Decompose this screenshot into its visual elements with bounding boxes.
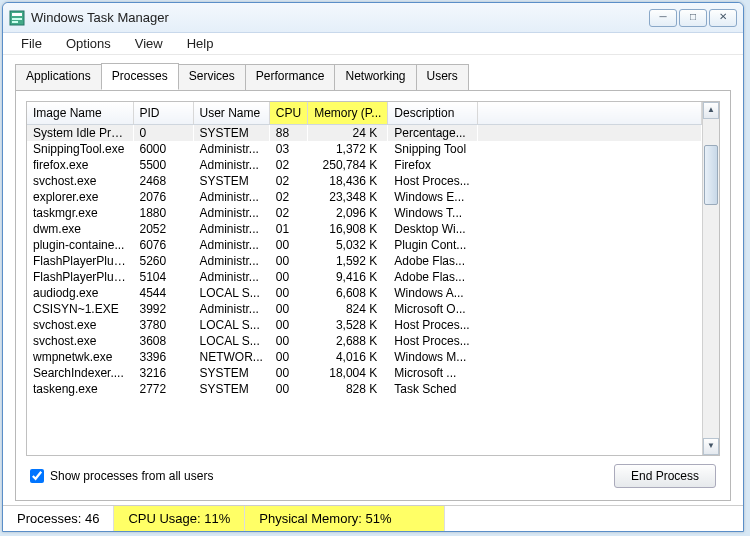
cell-image: taskeng.exe xyxy=(27,381,133,397)
cell-user: SYSTEM xyxy=(193,125,269,142)
col-user-name[interactable]: User Name xyxy=(193,102,269,125)
col-spacer xyxy=(478,102,702,125)
menu-view[interactable]: View xyxy=(125,34,173,53)
cell-user: Administr... xyxy=(193,237,269,253)
col-cpu[interactable]: CPU xyxy=(269,102,307,125)
cell-user: SYSTEM xyxy=(193,173,269,189)
scroll-up-icon[interactable]: ▲ xyxy=(703,102,719,119)
menu-help[interactable]: Help xyxy=(177,34,224,53)
cell-user: Administr... xyxy=(193,301,269,317)
scroll-down-icon[interactable]: ▼ xyxy=(703,438,719,455)
cell-memory: 824 K xyxy=(308,301,388,317)
cell-image: svchost.exe xyxy=(27,173,133,189)
table-row[interactable]: svchost.exe3608LOCAL S...002,688 KHost P… xyxy=(27,333,702,349)
titlebar[interactable]: Windows Task Manager ─ □ ✕ xyxy=(3,3,743,33)
col-description[interactable]: Description xyxy=(388,102,478,125)
cell-memory: 1,372 K xyxy=(308,141,388,157)
cell-desc: Microsoft ... xyxy=(388,365,478,381)
minimize-button[interactable]: ─ xyxy=(649,9,677,27)
table-row[interactable]: audiodg.exe4544LOCAL S...006,608 KWindow… xyxy=(27,285,702,301)
cell-user: SYSTEM xyxy=(193,381,269,397)
tab-applications[interactable]: Applications xyxy=(15,64,102,91)
cell-user: Administr... xyxy=(193,189,269,205)
table-row[interactable]: SnippingTool.exe6000Administr...031,372 … xyxy=(27,141,702,157)
menu-options[interactable]: Options xyxy=(56,34,121,53)
cell-image: svchost.exe xyxy=(27,333,133,349)
tab-services[interactable]: Services xyxy=(178,64,246,91)
scroll-thumb[interactable] xyxy=(704,145,718,205)
show-all-users-checkbox[interactable]: Show processes from all users xyxy=(30,469,213,483)
cell-pid: 2076 xyxy=(133,189,193,205)
cell-pid: 4544 xyxy=(133,285,193,301)
table-row[interactable]: plugin-containe...6076Administr...005,03… xyxy=(27,237,702,253)
tab-performance[interactable]: Performance xyxy=(245,64,336,91)
process-table: Image Name PID User Name CPU Memory (P..… xyxy=(27,102,702,397)
cell-desc: Desktop Wi... xyxy=(388,221,478,237)
table-row[interactable]: CSISYN~1.EXE3992Administr...00824 KMicro… xyxy=(27,301,702,317)
app-icon xyxy=(9,10,25,26)
cell-user: Administr... xyxy=(193,221,269,237)
vertical-scrollbar[interactable]: ▲ ▼ xyxy=(702,102,719,455)
table-row[interactable]: dwm.exe2052Administr...0116,908 KDesktop… xyxy=(27,221,702,237)
process-table-container: Image Name PID User Name CPU Memory (P..… xyxy=(26,101,720,456)
close-button[interactable]: ✕ xyxy=(709,9,737,27)
cell-memory: 6,608 K xyxy=(308,285,388,301)
cell-user: Administr... xyxy=(193,141,269,157)
cell-cpu: 00 xyxy=(269,253,307,269)
cell-pid: 3992 xyxy=(133,301,193,317)
cell-pid: 6076 xyxy=(133,237,193,253)
cell-desc: Host Proces... xyxy=(388,173,478,189)
cell-desc: Windows E... xyxy=(388,189,478,205)
cell-cpu: 00 xyxy=(269,285,307,301)
menu-file[interactable]: File xyxy=(11,34,52,53)
maximize-button[interactable]: □ xyxy=(679,9,707,27)
table-row[interactable]: svchost.exe3780LOCAL S...003,528 KHost P… xyxy=(27,317,702,333)
tab-users[interactable]: Users xyxy=(416,64,469,91)
cell-user: LOCAL S... xyxy=(193,317,269,333)
col-image-name[interactable]: Image Name xyxy=(27,102,133,125)
table-row[interactable]: firefox.exe5500Administr...02250,784 KFi… xyxy=(27,157,702,173)
cell-cpu: 02 xyxy=(269,173,307,189)
cell-desc: Adobe Flas... xyxy=(388,253,478,269)
cell-image: audiodg.exe xyxy=(27,285,133,301)
cell-pid: 1880 xyxy=(133,205,193,221)
table-row[interactable]: wmpnetwk.exe3396NETWOR...004,016 KWindow… xyxy=(27,349,702,365)
cell-memory: 1,592 K xyxy=(308,253,388,269)
cell-cpu: 02 xyxy=(269,157,307,173)
cell-cpu: 03 xyxy=(269,141,307,157)
table-row[interactable]: FlashPlayerPlug...5260Administr...001,59… xyxy=(27,253,702,269)
cell-image: SnippingTool.exe xyxy=(27,141,133,157)
table-row[interactable]: System Idle Pro...0SYSTEM8824 KPercentag… xyxy=(27,125,702,142)
end-process-button[interactable]: End Process xyxy=(614,464,716,488)
tab-processes[interactable]: Processes xyxy=(101,63,179,90)
cell-desc: Windows A... xyxy=(388,285,478,301)
tab-networking[interactable]: Networking xyxy=(334,64,416,91)
table-row[interactable]: taskeng.exe2772SYSTEM00828 KTask Sched xyxy=(27,381,702,397)
svg-rect-1 xyxy=(12,13,22,16)
col-pid[interactable]: PID xyxy=(133,102,193,125)
scroll-track[interactable] xyxy=(703,119,719,438)
cell-image: dwm.exe xyxy=(27,221,133,237)
cell-image: SearchIndexer.... xyxy=(27,365,133,381)
cell-pid: 2772 xyxy=(133,381,193,397)
cell-cpu: 88 xyxy=(269,125,307,142)
table-row[interactable]: explorer.exe2076Administr...0223,348 KWi… xyxy=(27,189,702,205)
cell-cpu: 00 xyxy=(269,365,307,381)
window-title: Windows Task Manager xyxy=(31,10,649,25)
table-row[interactable]: taskmgr.exe1880Administr...022,096 KWind… xyxy=(27,205,702,221)
cell-cpu: 00 xyxy=(269,317,307,333)
table-row[interactable]: FlashPlayerPlug...5104Administr...009,41… xyxy=(27,269,702,285)
cell-memory: 23,348 K xyxy=(308,189,388,205)
status-cpu: CPU Usage: 11% xyxy=(114,506,245,531)
col-memory[interactable]: Memory (P... xyxy=(308,102,388,125)
cell-user: LOCAL S... xyxy=(193,285,269,301)
table-row[interactable]: svchost.exe2468SYSTEM0218,436 KHost Proc… xyxy=(27,173,702,189)
cell-pid: 3608 xyxy=(133,333,193,349)
cell-image: System Idle Pro... xyxy=(27,125,133,142)
show-all-users-input[interactable] xyxy=(30,469,44,483)
cell-memory: 3,528 K xyxy=(308,317,388,333)
table-row[interactable]: SearchIndexer....3216SYSTEM0018,004 KMic… xyxy=(27,365,702,381)
cell-memory: 18,436 K xyxy=(308,173,388,189)
cell-pid: 2052 xyxy=(133,221,193,237)
cell-desc: Snipping Tool xyxy=(388,141,478,157)
